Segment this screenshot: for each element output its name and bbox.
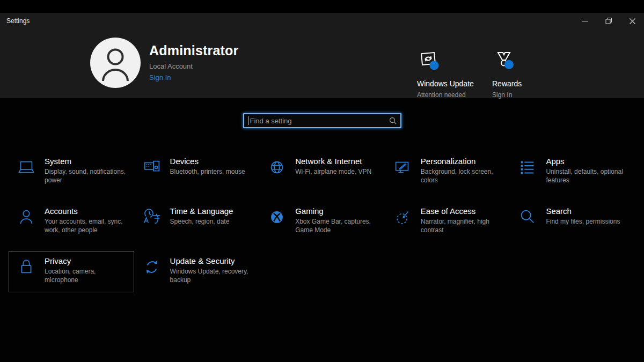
tile-title: System [45, 157, 126, 166]
tile-system[interactable]: System Display, sound, notifications, po… [9, 151, 134, 193]
sign-in-link[interactable]: Sign In [149, 73, 239, 82]
tile-subtitle: Wi-Fi, airplane mode, VPN [295, 168, 371, 176]
categories-grid: System Display, sound, notifications, po… [0, 151, 644, 301]
tile-search[interactable]: Search Find my files, permissions [510, 201, 635, 242]
rewards-icon [492, 49, 573, 72]
tile-accounts[interactable]: Accounts Your accounts, email, sync, wor… [9, 201, 134, 242]
tile-subtitle: Windows Update, recovery, backup [170, 268, 252, 284]
tile-title: Privacy [45, 256, 126, 265]
network-globe-icon [267, 157, 287, 178]
tile-subtitle: Uninstall, defaults, optional features [546, 168, 627, 184]
system-icon [16, 157, 36, 178]
windows-update-label: Windows Update [417, 79, 497, 88]
tile-subtitle: Xbox Game Bar, captures, Game Mode [295, 218, 377, 234]
rewards-label: Rewards [492, 79, 573, 88]
search-category-icon [517, 207, 538, 227]
tile-text: System Display, sound, notifications, po… [45, 157, 126, 184]
devices-icon [142, 157, 162, 178]
settings-header: Settings Administrator Local Accoun [0, 13, 644, 98]
account-type: Local Account [149, 62, 239, 70]
search-icon [389, 117, 397, 124]
settings-home-content: System Display, sound, notifications, po… [0, 98, 644, 362]
tile-network[interactable]: Network & Internet Wi-Fi, airplane mode,… [259, 151, 385, 193]
tile-text: Apps Uninstall, defaults, optional featu… [546, 157, 627, 184]
tile-update-security[interactable]: Update & Security Windows Update, recove… [134, 251, 260, 292]
window-title: Settings [6, 17, 30, 25]
tile-subtitle: Narrator, magnifier, high contrast [421, 218, 502, 234]
text-caret [248, 116, 248, 125]
window-controls [573, 13, 644, 29]
tile-title: Accounts [45, 206, 126, 216]
account-name: Administrator [149, 43, 239, 58]
rewards-substatus: Sign In [492, 91, 573, 99]
tile-text: Network & Internet Wi-Fi, airplane mode,… [295, 157, 371, 176]
tile-text: Personalization Background, lock screen,… [421, 157, 502, 184]
search-input[interactable] [243, 113, 401, 128]
accounts-person-icon [16, 207, 36, 227]
restore-button[interactable] [597, 13, 620, 29]
tile-gaming[interactable]: Gaming Xbox Game Bar, captures, Game Mod… [259, 201, 385, 242]
privacy-lock-icon [16, 257, 36, 277]
minimize-icon [582, 18, 588, 24]
restore-icon [605, 18, 612, 24]
tile-ease-of-access[interactable]: Ease of Access Narrator, magnifier, high… [385, 201, 510, 242]
close-button[interactable] [620, 13, 644, 29]
avatar [90, 38, 141, 88]
tile-text: Ease of Access Narrator, magnifier, high… [421, 206, 502, 234]
close-icon [630, 18, 635, 24]
time-language-icon [142, 207, 162, 227]
titlebar: Settings [0, 13, 644, 29]
tile-subtitle: Find my files, permissions [546, 218, 620, 226]
tile-subtitle: Display, sound, notifications, power [45, 168, 126, 184]
tile-subtitle: Speech, region, date [170, 218, 233, 226]
tile-subtitle: Background, lock screen, colors [421, 168, 502, 184]
minimize-button[interactable] [573, 13, 597, 29]
tile-text: Devices Bluetooth, printers, mouse [170, 157, 245, 176]
tile-personalization[interactable]: Personalization Background, lock screen,… [385, 151, 510, 193]
rewards-status[interactable]: Rewards Sign In [492, 49, 573, 99]
windows-update-status[interactable]: Windows Update Attention needed [417, 49, 497, 99]
account-section[interactable]: Administrator Local Account Sign In [90, 38, 239, 88]
tile-subtitle: Location, camera, microphone [45, 268, 126, 284]
ease-of-access-icon [392, 207, 413, 227]
tile-title: Ease of Access [421, 206, 502, 216]
tile-text: Privacy Location, camera, microphone [45, 256, 126, 284]
tile-text: Accounts Your accounts, email, sync, wor… [45, 206, 126, 234]
tile-title: Network & Internet [295, 157, 371, 166]
tile-subtitle: Bluetooth, printers, mouse [170, 168, 245, 176]
tile-text: Gaming Xbox Game Bar, captures, Game Mod… [295, 206, 377, 234]
tile-text: Update & Security Windows Update, recove… [170, 256, 252, 284]
gaming-xbox-icon [267, 207, 287, 227]
tile-subtitle: Your accounts, email, sync, work, other … [45, 218, 126, 234]
personalization-icon [392, 157, 413, 178]
update-security-icon [142, 257, 162, 277]
tile-title: Search [546, 206, 620, 216]
search-box [243, 113, 401, 128]
tile-devices[interactable]: Devices Bluetooth, printers, mouse [134, 151, 260, 193]
windows-update-icon [417, 49, 497, 72]
tile-apps[interactable]: Apps Uninstall, defaults, optional featu… [510, 151, 635, 193]
account-text: Administrator Local Account Sign In [149, 38, 239, 88]
tile-privacy[interactable]: Privacy Location, camera, microphone [9, 251, 134, 292]
search-row [0, 98, 644, 128]
tile-text: Search Find my files, permissions [546, 206, 620, 226]
tile-title: Update & Security [170, 256, 252, 265]
screen-top-strip [0, 0, 644, 13]
windows-update-substatus: Attention needed [417, 91, 497, 99]
tile-title: Personalization [421, 157, 502, 166]
tile-title: Apps [546, 157, 627, 166]
tile-title: Devices [170, 157, 245, 166]
tile-title: Time & Language [170, 206, 233, 216]
person-icon [90, 38, 141, 88]
tile-title: Gaming [295, 206, 377, 216]
tile-text: Time & Language Speech, region, date [170, 206, 233, 226]
tile-time-language[interactable]: Time & Language Speech, region, date [134, 201, 260, 242]
apps-icon [517, 157, 538, 178]
